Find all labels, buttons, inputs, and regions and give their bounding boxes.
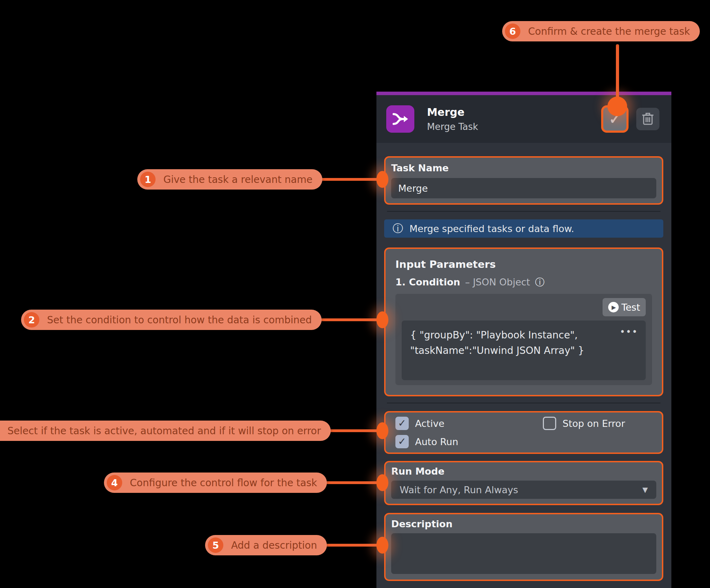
json-line-2: "taskName":"Unwind JSON Array" }	[410, 343, 621, 358]
param-name-label: 1. Condition	[395, 276, 460, 288]
task-config-panel: Merge Merge Task ✓	[376, 92, 671, 588]
description-section: Description	[384, 513, 663, 581]
callout-4-text: Configure the control flow for the task	[130, 477, 317, 489]
input-parameters-heading: Input Parameters	[395, 258, 652, 271]
stop-on-error-label: Stop on Error	[563, 418, 625, 429]
condition-json-editor[interactable]: { "groupBy": "Playbook Instance", "taskN…	[402, 321, 646, 380]
delete-task-button[interactable]	[636, 108, 659, 130]
stop-on-error-checkbox[interactable]: ✓ Stop on Error	[543, 417, 652, 430]
callout-6: 6 Confirm & create the merge task	[502, 21, 700, 41]
connector-line-2	[320, 318, 383, 321]
merge-arrow-glyph	[391, 110, 409, 128]
panel-header: Merge Merge Task ✓	[376, 95, 671, 143]
active-checkbox[interactable]: ✓ Active	[395, 417, 543, 430]
more-options-icon[interactable]: •••	[620, 324, 638, 339]
task-options-section: ✓ Active ✓ Stop on Error ✓ Auto Run	[384, 411, 663, 454]
callout-2-text: Set the condition to control how the dat…	[47, 314, 312, 326]
section-divider	[387, 211, 660, 212]
header-titles: Merge Merge Task	[427, 106, 478, 132]
callout-1-text: Give the task a relevant name	[163, 174, 313, 185]
dropdown-arrow-icon: ▼	[643, 485, 648, 494]
callout-3: 3 Select if the task is active, automate…	[0, 421, 331, 441]
play-icon: ▶	[608, 302, 619, 312]
screenshot-canvas: Merge Merge Task ✓	[0, 0, 710, 588]
merge-task-icon	[386, 105, 414, 133]
callout-4: 4 Configure the control flow for the tas…	[104, 473, 327, 493]
callout-2-badge: 2	[24, 312, 39, 328]
condition-param-row: 1. Condition – JSON Object ⓘ	[395, 276, 652, 288]
info-banner: ⓘ Merge specified tasks or data flow.	[384, 219, 663, 238]
callout-1: 1 Give the task a relevant name	[137, 169, 322, 190]
json-line-1: { "groupBy": "Playbook Instance",	[410, 328, 621, 343]
auto-run-checkbox[interactable]: ✓ Auto Run	[395, 435, 543, 448]
task-name-section: Task Name	[384, 156, 663, 205]
test-button-label: Test	[622, 302, 640, 313]
trash-icon	[642, 112, 654, 126]
checkbox-icon: ✓	[395, 417, 409, 430]
connector-dot-5	[376, 537, 388, 554]
callout-4-badge: 4	[107, 475, 122, 490]
callout-5: 5 Add a description	[205, 535, 327, 555]
active-label: Active	[415, 418, 445, 429]
run-mode-label: Run Mode	[391, 466, 656, 477]
connector-line-3	[329, 429, 383, 432]
description-textarea[interactable]	[391, 533, 656, 574]
run-mode-select[interactable]: Wait for Any, Run Always ▼	[391, 481, 656, 499]
connector-dot-2	[376, 311, 388, 328]
info-icon: ⓘ	[393, 223, 403, 234]
callout-3-text: Select if the task is active, automated …	[7, 425, 321, 437]
run-mode-section: Run Mode Wait for Any, Run Always ▼	[384, 461, 663, 505]
task-title: Merge	[427, 106, 478, 118]
input-parameters-section: Input Parameters 1. Condition – JSON Obj…	[384, 247, 663, 396]
param-info-icon[interactable]: ⓘ	[535, 276, 545, 288]
task-subtitle: Merge Task	[427, 121, 478, 132]
test-row: ▶ Test	[402, 298, 646, 316]
connector-line-5	[325, 544, 383, 547]
connector-dot-3	[376, 422, 388, 439]
callout-6-text: Confirm & create the merge task	[528, 26, 690, 37]
callout-1-badge: 1	[140, 172, 156, 187]
connector-dot-4	[376, 474, 388, 491]
auto-run-label: Auto Run	[415, 436, 458, 447]
callout-5-text: Add a description	[231, 540, 317, 551]
connector-line-1	[320, 178, 383, 181]
checkbox-icon: ✓	[543, 417, 556, 430]
run-mode-value: Wait for Any, Run Always	[400, 484, 518, 495]
description-label: Description	[391, 518, 656, 530]
callout-5-badge: 5	[208, 537, 223, 553]
connector-dot-1	[376, 171, 388, 188]
task-name-label: Task Name	[391, 163, 656, 174]
callout-6-badge: 6	[505, 24, 520, 39]
condition-parameter-box: ▶ Test { "groupBy": "Playbook Instance",…	[395, 294, 652, 385]
info-banner-text: Merge specified tasks or data flow.	[409, 223, 574, 234]
callout-2: 2 Set the condition to control how the d…	[21, 310, 322, 330]
param-type-label: – JSON Object	[465, 276, 530, 288]
panel-body: Task Name ⓘ Merge specified tasks or dat…	[376, 143, 671, 588]
panel-accent-bar	[376, 92, 671, 95]
checkbox-icon: ✓	[395, 435, 409, 448]
task-name-input[interactable]	[391, 178, 656, 198]
section-divider	[387, 403, 660, 403]
connector-dot-6	[607, 97, 627, 116]
connector-line-4	[325, 481, 383, 484]
test-button[interactable]: ▶ Test	[603, 298, 646, 316]
